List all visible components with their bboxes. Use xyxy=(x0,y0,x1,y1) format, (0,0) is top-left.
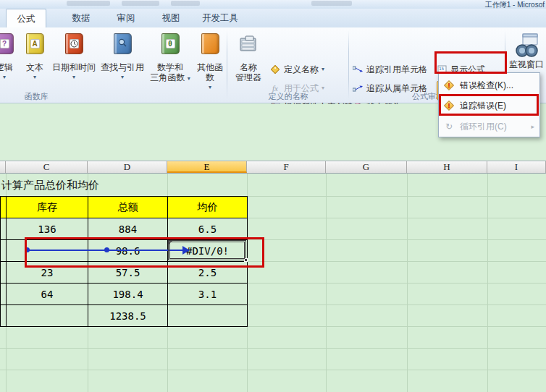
cell-C6[interactable]: 64 xyxy=(6,283,88,305)
dropdown-arrow-icon: ▾ xyxy=(188,75,190,82)
dropdown-arrow-icon: ▾ xyxy=(322,85,324,91)
column-header-I[interactable]: I xyxy=(487,161,546,173)
trace-precedents-button[interactable]: 追踪引用单元格 xyxy=(352,62,427,77)
more-functions-label: 其他函数 xyxy=(194,62,226,82)
dropdown-arrow-icon: ▾ xyxy=(20,74,49,80)
text-label: 文本 xyxy=(20,62,49,72)
logical-label: 逻辑 xyxy=(0,62,20,72)
error-diamond-icon: ! xyxy=(444,80,454,90)
column-header-H[interactable]: H xyxy=(407,161,487,173)
gridline xyxy=(0,370,546,370)
lookup-label: 查找与引用 xyxy=(98,62,146,72)
column-header-D[interactable]: D xyxy=(88,161,167,173)
dropdown-arrow-icon: ▾ xyxy=(0,74,20,80)
titlebar-ghost xyxy=(311,1,352,6)
date-time-book-icon xyxy=(65,33,83,54)
sheet-caption-cell[interactable]: 计算产品总价和均价 xyxy=(1,179,99,192)
column-header-F[interactable]: F xyxy=(247,161,326,173)
annotation-box-error-row xyxy=(25,237,264,268)
column-header-E-selected[interactable]: E xyxy=(167,161,247,173)
binoculars-icon xyxy=(514,33,539,62)
more-functions-button[interactable]: 其他函数 ▾ xyxy=(194,33,226,90)
gridline xyxy=(0,348,546,349)
menu-item-circular-references[interactable]: ↻ 循环引用(C) ▸ xyxy=(440,116,539,137)
name-manager-label-line2: 管理器 xyxy=(230,72,266,82)
tab-view[interactable]: 视图 xyxy=(154,9,188,27)
logical-book-icon: ? xyxy=(0,33,14,54)
group-label-defined-names: 定义的名称 xyxy=(228,91,348,102)
logical-functions-button[interactable]: ? 逻辑 ▾ xyxy=(0,33,20,80)
trace-precedents-icon xyxy=(352,64,364,74)
date-time-functions-button[interactable]: 日期和时间 ▾ xyxy=(51,33,97,80)
name-manager-label-line1: 名称 xyxy=(230,62,266,72)
watch-window-button[interactable]: 监视窗口 xyxy=(507,33,546,69)
circular-reference-icon: ↻ xyxy=(445,122,453,132)
group-label-function-library: 函数库 xyxy=(0,91,72,102)
dropdown-arrow-icon: ▾ xyxy=(194,85,226,90)
group-separator xyxy=(348,30,349,100)
titlebar-ghost xyxy=(171,1,200,6)
math-book-icon: θ xyxy=(161,33,180,54)
column-header-row: C D E F G H I xyxy=(0,161,546,174)
column-header-C[interactable]: C xyxy=(6,161,88,173)
dropdown-arrow-icon: ▾ xyxy=(322,67,324,72)
column-header-partial[interactable] xyxy=(0,161,6,173)
excel-window: 工作簿1 - Microsof 公式 数据 审阅 视图 开发工具 ? 逻辑 ▾ … xyxy=(0,0,546,392)
date-time-label: 日期和时间 xyxy=(51,62,97,72)
clock-icon xyxy=(70,39,79,48)
cell-D6[interactable]: 198.4 xyxy=(88,283,168,305)
titlebar-ghost xyxy=(122,1,159,6)
text-book-icon: A xyxy=(26,33,44,54)
menu-item-error-checking[interactable]: ! 错误检查(K)... xyxy=(440,75,539,95)
annotation-box-error-checking xyxy=(434,51,507,74)
more-functions-books-icon xyxy=(201,33,219,54)
tab-developer[interactable]: 开发工具 xyxy=(194,9,246,27)
magnifier-icon xyxy=(117,38,127,51)
math-trig-label-line2: 三角函数 ▾ xyxy=(148,72,193,82)
cell-C7[interactable] xyxy=(6,304,88,327)
define-name-button[interactable]: 定义名称 ▾ xyxy=(269,62,324,77)
title-bar: 工作簿1 - Microsof xyxy=(0,0,546,9)
table-header-inventory[interactable]: 库存 xyxy=(6,196,88,218)
dropdown-arrow-icon: ▾ xyxy=(51,74,97,80)
tab-review[interactable]: 审阅 xyxy=(109,9,143,27)
name-manager-drawer-icon xyxy=(239,35,258,56)
annotation-box-trace-error xyxy=(439,94,539,116)
tab-data[interactable]: 数据 xyxy=(64,9,98,27)
tag-icon xyxy=(269,64,281,74)
cell-D7[interactable]: 1238.5 xyxy=(88,304,168,327)
dropdown-arrow-icon: ▾ xyxy=(98,74,146,80)
name-manager-button[interactable]: 名称 管理器 xyxy=(230,33,266,82)
table-header-average[interactable]: 均价 xyxy=(167,196,248,218)
lookup-reference-button[interactable]: 查找与引用 ▾ xyxy=(98,33,146,80)
math-trig-label-line1: 数学和 xyxy=(148,62,193,72)
ribbon-tab-row: 公式 数据 审阅 视图 开发工具 xyxy=(0,9,546,27)
titlebar-ghost xyxy=(67,1,110,6)
group-separator xyxy=(227,30,227,100)
column-header-G[interactable]: G xyxy=(326,161,407,173)
cell-E6[interactable]: 3.1 xyxy=(167,283,248,305)
text-functions-button[interactable]: A 文本 ▾ xyxy=(20,33,49,80)
tab-formulas[interactable]: 公式 xyxy=(6,9,46,27)
table-header-total[interactable]: 总额 xyxy=(88,196,168,218)
lookup-book-icon xyxy=(114,33,132,54)
math-trig-button[interactable]: θ 数学和 三角函数 ▾ xyxy=(148,33,193,82)
submenu-arrow-icon: ▸ xyxy=(531,123,534,130)
watch-window-label: 监视窗口 xyxy=(507,59,546,69)
cell-E7[interactable] xyxy=(167,304,248,327)
